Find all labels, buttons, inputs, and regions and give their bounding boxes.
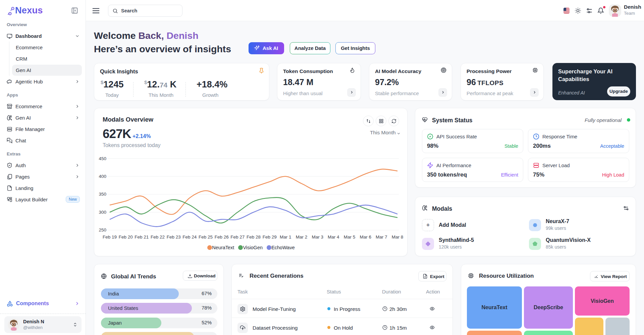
svg-text:Mar 2: Mar 2 <box>296 234 308 240</box>
svg-text:Feb 26: Feb 26 <box>215 234 229 240</box>
svg-text:Mar 6: Mar 6 <box>360 234 371 240</box>
svg-text:300: 300 <box>99 210 106 215</box>
svg-text:Mar 4: Mar 4 <box>328 234 339 240</box>
svg-text:Feb 28: Feb 28 <box>247 234 261 240</box>
svg-text:Feb 24: Feb 24 <box>182 234 197 240</box>
svg-text:Feb 25: Feb 25 <box>199 234 213 240</box>
svg-text:Mar 7: Mar 7 <box>376 234 387 240</box>
svg-text:400: 400 <box>99 174 106 179</box>
svg-text:Mar 8: Mar 8 <box>392 234 404 240</box>
svg-text:Feb 19: Feb 19 <box>103 234 117 240</box>
svg-text:250: 250 <box>99 227 106 232</box>
svg-text:Mar 1: Mar 1 <box>280 234 291 240</box>
svg-text:Feb 22: Feb 22 <box>151 234 165 240</box>
svg-text:Feb 29: Feb 29 <box>263 234 277 240</box>
svg-text:Feb 23: Feb 23 <box>167 234 181 240</box>
svg-text:Feb 27: Feb 27 <box>230 234 245 240</box>
svg-text:Mar 3: Mar 3 <box>312 234 323 240</box>
svg-text:Feb 20: Feb 20 <box>119 234 133 240</box>
svg-text:350: 350 <box>99 192 106 197</box>
svg-text:Mar 5: Mar 5 <box>344 234 356 240</box>
svg-text:Feb 21: Feb 21 <box>135 234 149 240</box>
svg-text:450: 450 <box>99 156 106 161</box>
